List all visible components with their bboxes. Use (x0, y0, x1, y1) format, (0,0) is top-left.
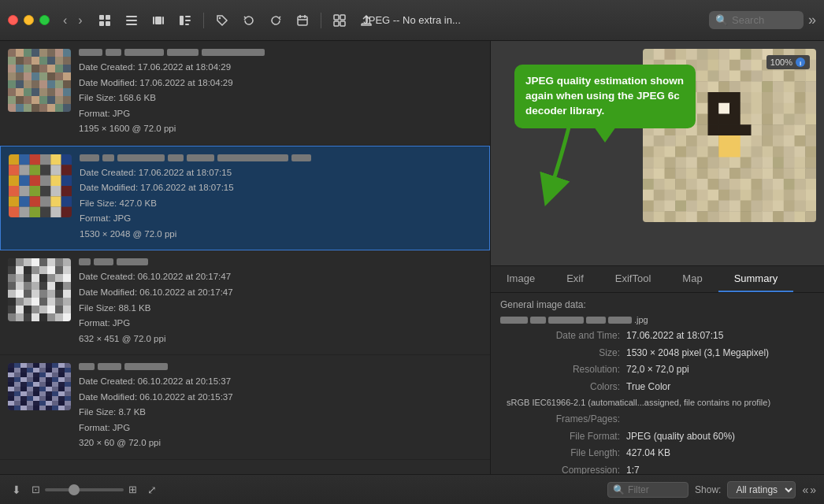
svg-rect-15 (298, 17, 307, 25)
tab-exif[interactable]: Exif (551, 266, 599, 292)
list-item[interactable]: Date Created: 17.06.2022 at 18:07:15 Dat… (0, 146, 490, 251)
list-item[interactable]: Date Created: 17.06.2022 at 18:04:29 Dat… (0, 41, 490, 146)
list-item[interactable]: Date Created: 06.10.2022 at 20:15:37 Dat… (0, 355, 490, 460)
bottom-next-button[interactable]: » (810, 484, 816, 496)
tab-map[interactable]: Map (666, 266, 718, 292)
name-block (117, 154, 165, 161)
rotate-right-icon[interactable] (264, 9, 288, 32)
name-block (79, 49, 102, 56)
info-row-size: Size: 1530 × 2048 pixel (3,1 Megapixel) (500, 345, 815, 362)
quality-value: 100% (770, 57, 792, 67)
svg-rect-19 (334, 15, 339, 20)
tag-icon[interactable] (210, 9, 234, 32)
format-3: Format: JPG (79, 316, 482, 332)
info-value (626, 411, 815, 428)
toolbar-separator-1 (203, 13, 204, 28)
minimize-button[interactable] (24, 15, 34, 25)
bottom-nav-arrows: « » (802, 484, 816, 496)
window-title: JPEG -- No extra in... (363, 14, 461, 26)
bottom-bar: ⬇ ⊡ ⊞ ⤢ 🔍 Show: All ratings « » (0, 474, 824, 504)
thumbnail-3 (8, 258, 71, 321)
grid-view-icon[interactable] (93, 9, 117, 32)
section-title: General image data: (500, 299, 815, 310)
thumb-canvas-1 (8, 49, 71, 112)
svg-point-14 (218, 17, 220, 18)
dimensions-3: 632 × 451 @ 72.0 ppi (79, 332, 482, 347)
fn-block (586, 317, 606, 324)
maximize-button[interactable] (39, 15, 50, 25)
date-created-1: Date Created: 17.06.2022 at 18:04:29 (79, 60, 482, 76)
svg-rect-10 (180, 16, 184, 25)
info-label: File Length: (500, 445, 626, 462)
search-box[interactable]: 🔍 (709, 11, 804, 29)
info-row-srgb: sRGB IEC61966-2.1 (automaticall...assign… (500, 395, 815, 411)
name-block (202, 49, 265, 56)
info-row-format: File Format: JPEG (quality about 60%) (500, 428, 815, 446)
filter-input[interactable] (628, 484, 683, 495)
file-meta-4: Date Created: 06.10.2022 at 20:15:37 Dat… (79, 374, 482, 451)
format-2: Format: JPG (80, 211, 481, 227)
search-input[interactable] (732, 14, 795, 26)
date-created-2: Date Created: 17.06.2022 at 18:07:15 (80, 165, 481, 181)
info-value: 1:7 (626, 462, 815, 474)
close-button[interactable] (8, 15, 18, 25)
actual-size-button[interactable]: ⤢ (143, 481, 161, 498)
date-modified-4: Date Modified: 06.10.2022 at 20:15:37 (79, 390, 482, 406)
nav-back-button[interactable]: ‹ (59, 12, 71, 29)
callout-arrow-svg (546, 124, 593, 195)
ratings-select[interactable]: All ratings (727, 481, 796, 498)
svg-rect-3 (106, 21, 110, 26)
name-block (291, 154, 311, 161)
dimensions-2: 1530 × 2048 @ 72.0 ppi (80, 227, 481, 243)
list-view-icon[interactable] (120, 9, 143, 32)
file-name-preview: .jpg (500, 315, 815, 324)
detail-view-icon[interactable] (173, 9, 197, 32)
info-row-compression: Compression: 1:7 (500, 462, 815, 474)
more-button[interactable]: » (808, 12, 816, 28)
rotate-left-icon[interactable] (237, 9, 261, 32)
name-block (94, 258, 113, 265)
name-block (167, 49, 199, 56)
zoom-large-icon: ⊞ (128, 484, 137, 495)
svg-rect-22 (340, 21, 345, 26)
name-block (98, 363, 121, 370)
info-value: JPEG (quality about 60%) (626, 428, 815, 446)
grid-view-2-icon[interactable] (328, 9, 351, 32)
svg-rect-9 (162, 17, 164, 24)
file-size-3: File Size: 88.1 KB (79, 301, 482, 317)
info-value: 17.06.2022 at 18:07:15 (626, 328, 815, 345)
import-button[interactable]: ⬇ (8, 481, 25, 498)
info-value: True Color (626, 379, 815, 396)
right-panel: JPEG quality estimation shown again when… (491, 41, 824, 474)
preview-area: JPEG quality estimation shown again when… (491, 41, 824, 265)
thumbnail-1 (8, 49, 71, 112)
file-meta-1: Date Created: 17.06.2022 at 18:04:29 Dat… (79, 60, 482, 137)
name-block (102, 154, 114, 161)
tab-image[interactable]: Image (491, 266, 551, 292)
svg-rect-7 (153, 17, 154, 24)
file-name-bar-4 (79, 363, 482, 370)
svg-rect-4 (126, 16, 137, 17)
tab-summary[interactable]: Summary (718, 266, 794, 292)
show-label: Show: (695, 484, 721, 495)
size-slider[interactable] (45, 488, 124, 491)
fn-block (548, 317, 584, 324)
date-created-3: Date Created: 06.10.2022 at 20:17:47 (79, 269, 482, 285)
svg-rect-20 (340, 15, 345, 20)
list-item[interactable]: Date Created: 06.10.2022 at 20:17:47 Dat… (0, 250, 490, 355)
info-row-frames: Frames/Pages: (500, 411, 815, 428)
bottom-prev-button[interactable]: « (802, 484, 808, 496)
svg-rect-0 (99, 15, 104, 20)
info-row-length: File Length: 427.04 KB (500, 445, 815, 462)
file-meta-2: Date Created: 17.06.2022 at 18:07:15 Dat… (80, 165, 481, 243)
filter-input-box[interactable]: 🔍 (607, 482, 689, 498)
thumbnail-2 (9, 154, 72, 217)
tab-exiftool[interactable]: ExifTool (599, 266, 667, 292)
format-1: Format: JPG (79, 106, 482, 122)
filmstrip-icon[interactable] (147, 9, 170, 32)
name-block (124, 49, 164, 56)
file-name-bar-3 (79, 258, 482, 265)
nav-forward-button[interactable]: › (74, 12, 86, 29)
calendar-icon[interactable] (291, 9, 314, 32)
info-row-datetime: Date and Time: 17.06.2022 at 18:07:15 (500, 328, 815, 345)
